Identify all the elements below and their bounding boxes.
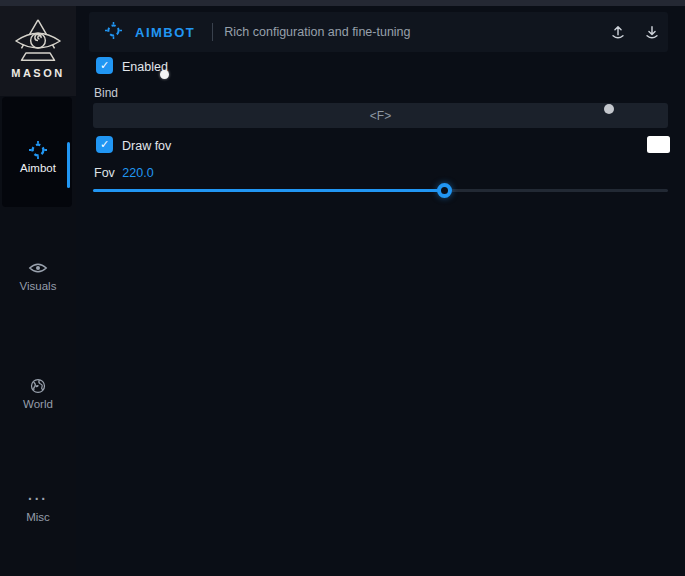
ellipsis-icon: ··· <box>0 490 76 508</box>
sidebar-item-world[interactable]: World <box>0 377 76 410</box>
fov-slider-thumb[interactable] <box>437 183 452 198</box>
download-config-button[interactable] <box>640 20 664 44</box>
bind-label: Bind <box>94 86 118 100</box>
eye-icon <box>0 259 76 277</box>
sidebar-item-misc[interactable]: ··· Misc <box>0 490 76 523</box>
draw-fov-color-swatch[interactable] <box>647 136 670 153</box>
enabled-checkbox[interactable]: ✓ <box>96 57 113 74</box>
draw-fov-checkbox[interactable]: ✓ <box>96 136 113 153</box>
cursor-dot-secondary-icon <box>604 104 614 114</box>
sidebar: MASON Aimbot Visuals <box>0 6 76 576</box>
fov-slider[interactable] <box>93 182 668 198</box>
page-subtitle: Rich configuration and fine-tuning <box>224 25 606 39</box>
cursor-dot-icon <box>160 70 169 79</box>
fov-value-row: Fov 220.0 <box>94 166 154 180</box>
sidebar-item-label: Visuals <box>0 280 76 292</box>
sidebar-item-visuals[interactable]: Visuals <box>0 259 76 292</box>
mason-pyramid-eye-logo-icon <box>13 18 63 64</box>
fov-value: 220.0 <box>122 166 153 180</box>
bind-key-value: <F> <box>370 109 391 123</box>
app-window: MASON Aimbot Visuals <box>0 0 685 576</box>
check-icon: ✓ <box>100 59 109 72</box>
header-divider <box>212 23 213 41</box>
brand-logo-block: MASON <box>0 6 76 96</box>
crosshair-icon <box>0 141 76 159</box>
upload-config-button[interactable] <box>606 20 630 44</box>
bind-key-input[interactable]: <F> <box>93 103 668 128</box>
draw-fov-label: Draw fov <box>122 139 171 153</box>
globe-icon <box>0 377 76 395</box>
window-top-strip <box>0 0 685 6</box>
fov-slider-fill <box>93 189 445 192</box>
page-title: AIMBOT <box>135 25 195 40</box>
brand-name: MASON <box>11 67 64 79</box>
crosshair-icon <box>105 22 122 43</box>
check-icon: ✓ <box>100 138 109 151</box>
sidebar-item-label: Aimbot <box>0 162 76 174</box>
page-header: AIMBOT Rich configuration and fine-tunin… <box>89 12 668 52</box>
sidebar-item-label: Misc <box>0 511 76 523</box>
sidebar-item-label: World <box>0 398 76 410</box>
sidebar-item-aimbot[interactable]: Aimbot <box>0 141 76 174</box>
fov-label: Fov <box>94 166 115 180</box>
